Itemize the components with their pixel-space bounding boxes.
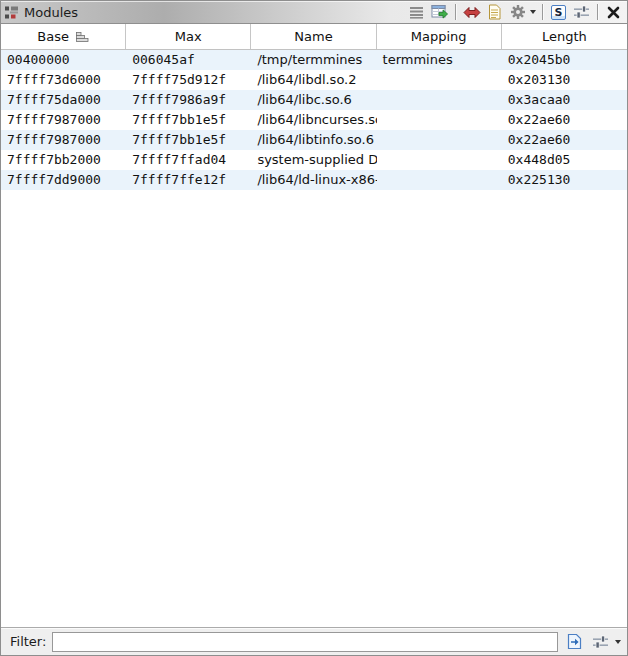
cell-max: 7ffff7ffad04: [126, 150, 251, 170]
cell-length: 0x225130: [502, 170, 627, 190]
column-header-base[interactable]: Base: [1, 24, 126, 49]
cell-base: 7ffff73d6000: [1, 70, 126, 90]
cell-base: 7ffff7bb2000: [1, 150, 126, 170]
modules-window: Modules: [0, 0, 628, 656]
cell-name: /lib64/libc.so.6: [251, 90, 376, 110]
filter-label: Filter:: [10, 634, 46, 649]
column-header-max[interactable]: Max: [126, 24, 251, 49]
column-header-name[interactable]: Name: [251, 24, 376, 49]
cell-mapping: [377, 110, 502, 130]
export-table-icon[interactable]: [430, 3, 449, 22]
cell-mapping: [377, 150, 502, 170]
cell-max: 7ffff7986a9f: [126, 90, 251, 110]
table-row[interactable]: 7ffff75da000 7ffff7986a9f /lib64/libc.so…: [1, 90, 627, 110]
gear-dropdown-caret[interactable]: [530, 10, 536, 14]
titlebar-toolbar: S: [407, 3, 623, 22]
cell-base: 7ffff7987000: [1, 130, 126, 150]
toolbar-separator: [597, 4, 598, 20]
row-list-icon[interactable]: [407, 3, 426, 22]
cell-length: 0x203130: [502, 70, 627, 90]
cell-name: /lib64/libncurses.so: [251, 110, 376, 130]
filter-options-sliders-icon[interactable]: [590, 632, 610, 652]
cell-mapping: [377, 70, 502, 90]
cell-max: 7ffff7ffe12f: [126, 170, 251, 190]
filter-input[interactable]: [52, 632, 558, 652]
table-empty-area[interactable]: [1, 190, 627, 627]
cell-max: 7ffff7bb1e5f: [126, 130, 251, 150]
cell-max: 006045af: [126, 50, 251, 70]
auto-map-s-icon[interactable]: S: [549, 3, 568, 22]
cell-name: /lib64/libtinfo.so.6: [251, 130, 376, 150]
table-row[interactable]: 7ffff7bb2000 7ffff7ffad04 system-supplie…: [1, 150, 627, 170]
map-modules-arrows-icon[interactable]: [462, 3, 481, 22]
cell-base: 00400000: [1, 50, 126, 70]
column-header-length[interactable]: Length: [502, 24, 627, 49]
cell-name: /tmp/termmines: [251, 50, 376, 70]
modules-provider-icon: [4, 5, 19, 20]
toolbar-separator: [542, 4, 543, 20]
cell-length: 0x22ae60: [502, 110, 627, 130]
cell-length: 0x448d05: [502, 150, 627, 170]
table-row[interactable]: 7ffff7987000 7ffff7bb1e5f /lib64/libtinf…: [1, 130, 627, 150]
cell-base: 7ffff75da000: [1, 90, 126, 110]
close-icon[interactable]: [604, 3, 623, 22]
filter-options-dropdown-caret[interactable]: [615, 640, 621, 644]
gear-icon[interactable]: [508, 3, 527, 22]
cell-mapping: [377, 90, 502, 110]
cell-name: /lib64/libdl.so.2: [251, 70, 376, 90]
table-row[interactable]: 7ffff7dd9000 7ffff7ffe12f /lib64/ld-linu…: [1, 170, 627, 190]
titlebar[interactable]: Modules: [1, 1, 627, 24]
cell-max: 7ffff7bb1e5f: [126, 110, 251, 130]
cell-length: 0x3acaa0: [502, 90, 627, 110]
cell-mapping: [377, 130, 502, 150]
filter-bar: Filter:: [1, 627, 627, 655]
sort-ascending-icon: [75, 31, 89, 43]
cell-mapping: termmines: [377, 50, 502, 70]
column-filter-icon[interactable]: [564, 632, 584, 652]
table-row[interactable]: 7ffff73d6000 7ffff75d912f /lib64/libdl.s…: [1, 70, 627, 90]
filter-sliders-icon[interactable]: [572, 3, 591, 22]
toolbar-separator: [455, 4, 456, 20]
cell-max: 7ffff75d912f: [126, 70, 251, 90]
window-title: Modules: [24, 5, 78, 20]
table-row[interactable]: 7ffff7987000 7ffff7bb1e5f /lib64/libncur…: [1, 110, 627, 130]
document-icon[interactable]: [485, 3, 504, 22]
table-header: Base Max Name Mapping Length: [1, 24, 627, 50]
cell-base: 7ffff7dd9000: [1, 170, 126, 190]
cell-name: /lib64/ld-linux-x86-6: [251, 170, 376, 190]
cell-mapping: [377, 170, 502, 190]
table-row[interactable]: 00400000 006045af /tmp/termmines termmin…: [1, 50, 627, 70]
cell-length: 0x22ae60: [502, 130, 627, 150]
cell-length: 0x2045b0: [502, 50, 627, 70]
modules-table: 00400000 006045af /tmp/termmines termmin…: [1, 50, 627, 190]
cell-name: system-supplied DS: [251, 150, 376, 170]
cell-base: 7ffff7987000: [1, 110, 126, 130]
column-header-mapping[interactable]: Mapping: [377, 24, 502, 49]
